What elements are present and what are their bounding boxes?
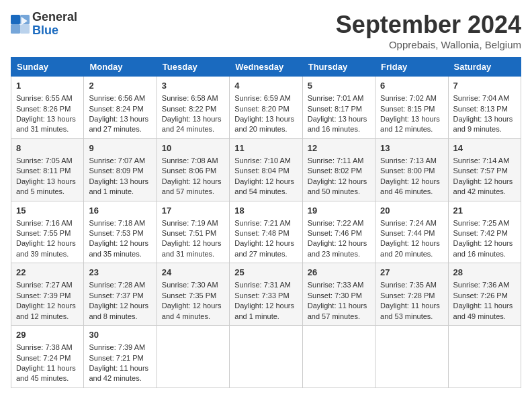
sunrise-text: Sunrise: 7:27 AM — [16, 280, 79, 290]
calendar-cell — [157, 326, 229, 388]
sunset-text: Sunset: 7:26 PM — [453, 291, 516, 301]
calendar-cell: 21Sunrise: 7:25 AMSunset: 7:42 PMDayligh… — [448, 201, 521, 263]
sunset-text: Sunset: 8:11 PM — [16, 166, 79, 176]
sunrise-text: Sunrise: 7:36 AM — [453, 280, 516, 290]
sunset-text: Sunset: 8:24 PM — [89, 104, 151, 114]
sunset-text: Sunset: 7:51 PM — [162, 228, 224, 238]
calendar-cell: 22Sunrise: 7:27 AMSunset: 7:39 PMDayligh… — [11, 263, 84, 326]
sunrise-text: Sunrise: 7:33 AM — [308, 280, 370, 290]
daylight-text: Daylight: 12 hours and 23 minutes. — [308, 238, 370, 259]
day-number: 30 — [89, 329, 151, 341]
calendar-cell: 20Sunrise: 7:24 AMSunset: 7:44 PMDayligh… — [375, 201, 448, 263]
sunrise-text: Sunrise: 7:31 AM — [234, 280, 297, 290]
sunset-text: Sunset: 8:15 PM — [380, 104, 443, 114]
sunrise-text: Sunrise: 7:19 AM — [162, 218, 224, 228]
calendar-cell: 6Sunrise: 7:02 AMSunset: 8:15 PMDaylight… — [375, 77, 448, 139]
day-number: 24 — [162, 267, 224, 279]
sunrise-text: Sunrise: 7:10 AM — [234, 156, 297, 166]
sunset-text: Sunset: 7:35 PM — [162, 291, 224, 301]
sunrise-text: Sunrise: 7:16 AM — [16, 218, 79, 228]
col-saturday: Saturday — [448, 58, 521, 77]
calendar-cell: 16Sunrise: 7:18 AMSunset: 7:53 PMDayligh… — [84, 201, 157, 263]
daylight-text: Daylight: 13 hours and 9 minutes. — [453, 114, 516, 135]
sunrise-text: Sunrise: 7:22 AM — [308, 218, 370, 228]
day-number: 29 — [16, 329, 79, 341]
daylight-text: Daylight: 13 hours and 24 minutes. — [162, 114, 224, 135]
sunset-text: Sunset: 7:57 PM — [453, 166, 516, 176]
daylight-text: Daylight: 12 hours and 20 minutes. — [380, 238, 443, 259]
calendar-cell: 30Sunrise: 7:39 AMSunset: 7:21 PMDayligh… — [84, 326, 157, 388]
day-number: 25 — [234, 267, 297, 279]
daylight-text: Daylight: 12 hours and 1 minute. — [234, 301, 297, 322]
sunset-text: Sunset: 8:02 PM — [308, 166, 370, 176]
logo-icon — [11, 15, 30, 34]
day-number: 15 — [16, 205, 79, 217]
sunrise-text: Sunrise: 7:25 AM — [453, 218, 516, 228]
sunrise-text: Sunrise: 7:30 AM — [162, 280, 224, 290]
sunrise-text: Sunrise: 7:05 AM — [16, 156, 79, 166]
day-number: 8 — [16, 142, 79, 154]
calendar-cell: 29Sunrise: 7:38 AMSunset: 7:24 PMDayligh… — [11, 326, 84, 388]
day-number: 11 — [234, 142, 297, 154]
sunset-text: Sunset: 7:53 PM — [89, 228, 151, 238]
daylight-text: Daylight: 11 hours and 49 minutes. — [453, 301, 516, 322]
calendar-cell: 10Sunrise: 7:08 AMSunset: 8:06 PMDayligh… — [157, 138, 229, 201]
sunset-text: Sunset: 8:13 PM — [453, 104, 516, 114]
sunset-text: Sunset: 7:37 PM — [89, 291, 151, 301]
calendar-cell: 1Sunrise: 6:55 AMSunset: 8:26 PMDaylight… — [11, 77, 84, 139]
sunset-text: Sunset: 7:48 PM — [234, 228, 297, 238]
calendar-cell: 19Sunrise: 7:22 AMSunset: 7:46 PMDayligh… — [302, 201, 375, 263]
sunset-text: Sunset: 8:00 PM — [380, 166, 443, 176]
sunrise-text: Sunrise: 6:59 AM — [234, 93, 297, 103]
day-number: 4 — [234, 80, 297, 92]
sunset-text: Sunset: 7:30 PM — [308, 291, 370, 301]
sunset-text: Sunset: 7:46 PM — [308, 228, 370, 238]
daylight-text: Daylight: 12 hours and 46 minutes. — [380, 177, 443, 197]
sunrise-text: Sunrise: 7:18 AM — [89, 218, 151, 228]
col-wednesday: Wednesday — [230, 58, 302, 77]
daylight-text: Daylight: 12 hours and 35 minutes. — [89, 238, 151, 259]
daylight-text: Daylight: 12 hours and 8 minutes. — [89, 301, 151, 322]
sunrise-text: Sunrise: 6:55 AM — [16, 93, 79, 103]
daylight-text: Daylight: 13 hours and 1 minute. — [89, 177, 151, 197]
location-title: Opprebais, Wallonia, Belgium — [336, 39, 521, 50]
calendar-cell: 14Sunrise: 7:14 AMSunset: 7:57 PMDayligh… — [448, 138, 521, 201]
sunset-text: Sunset: 7:33 PM — [234, 291, 297, 301]
day-number: 20 — [380, 205, 443, 217]
daylight-text: Daylight: 12 hours and 16 minutes. — [453, 238, 516, 259]
calendar-table: Sunday Monday Tuesday Wednesday Thursday… — [11, 57, 521, 388]
calendar-cell: 23Sunrise: 7:28 AMSunset: 7:37 PMDayligh… — [84, 263, 157, 326]
daylight-text: Daylight: 11 hours and 53 minutes. — [380, 301, 443, 322]
sunrise-text: Sunrise: 7:13 AM — [380, 156, 443, 166]
col-thursday: Thursday — [302, 58, 375, 77]
col-tuesday: Tuesday — [157, 58, 229, 77]
calendar-cell: 11Sunrise: 7:10 AMSunset: 8:04 PMDayligh… — [230, 138, 302, 201]
day-number: 28 — [453, 267, 516, 279]
daylight-text: Daylight: 12 hours and 50 minutes. — [308, 177, 370, 197]
sunrise-text: Sunrise: 7:01 AM — [308, 93, 370, 103]
sunset-text: Sunset: 8:06 PM — [162, 166, 224, 176]
week-row-5: 29Sunrise: 7:38 AMSunset: 7:24 PMDayligh… — [11, 326, 521, 388]
sunset-text: Sunset: 7:28 PM — [380, 291, 443, 301]
calendar-cell: 8Sunrise: 7:05 AMSunset: 8:11 PMDaylight… — [11, 138, 84, 201]
sunset-text: Sunset: 7:44 PM — [380, 228, 443, 238]
daylight-text: Daylight: 12 hours and 42 minutes. — [453, 177, 516, 197]
calendar-cell — [375, 326, 448, 388]
day-number: 13 — [380, 142, 443, 154]
week-row-1: 1Sunrise: 6:55 AMSunset: 8:26 PMDaylight… — [11, 77, 521, 139]
day-number: 19 — [308, 205, 370, 217]
sunrise-text: Sunrise: 6:56 AM — [89, 93, 151, 103]
sunrise-text: Sunrise: 7:11 AM — [308, 156, 370, 166]
calendar-cell: 25Sunrise: 7:31 AMSunset: 7:33 PMDayligh… — [230, 263, 302, 326]
daylight-text: Daylight: 13 hours and 12 minutes. — [380, 114, 443, 135]
sunrise-text: Sunrise: 7:24 AM — [380, 218, 443, 228]
week-row-4: 22Sunrise: 7:27 AMSunset: 7:39 PMDayligh… — [11, 263, 521, 326]
svg-rect-0 — [11, 15, 20, 24]
day-number: 18 — [234, 205, 297, 217]
calendar-cell — [448, 326, 521, 388]
sunset-text: Sunset: 8:20 PM — [234, 104, 297, 114]
daylight-text: Daylight: 13 hours and 5 minutes. — [16, 177, 79, 197]
day-number: 12 — [308, 142, 370, 154]
day-number: 26 — [308, 267, 370, 279]
calendar-cell: 13Sunrise: 7:13 AMSunset: 8:00 PMDayligh… — [375, 138, 448, 201]
